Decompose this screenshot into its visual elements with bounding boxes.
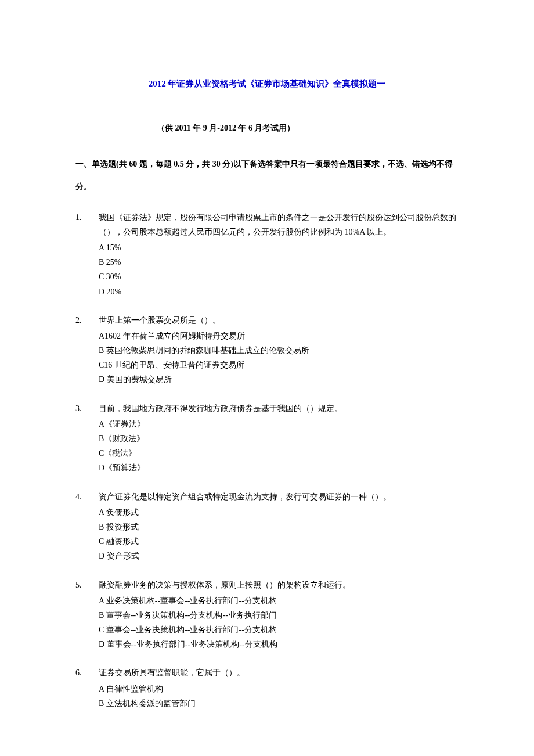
- question-option: A 15%: [99, 240, 459, 255]
- question-options: A 业务决策机构--董事会--业务执行部门--分支机构B 董事会--业务决策机构…: [99, 593, 459, 652]
- question-options: A 负债形式B 投资形式C 融资形式D 资产形式: [99, 505, 459, 564]
- question-option: A 自律性监管机构: [99, 682, 459, 696]
- question-2: 2.世界上第一个股票交易所是（）。A1602 年在荷兰成立的阿姆斯特丹交易所B …: [75, 313, 459, 387]
- question-number: 3.: [75, 401, 99, 416]
- questions-container: 1.我国《证券法》规定，股份有限公司申请股票上市的条件之一是公开发行的股份达到公…: [75, 210, 459, 711]
- question-text: 证券交易所具有监督职能，它属于（）。: [99, 665, 459, 680]
- document-title: 2012 年证券从业资格考试《证券市场基础知识》全真模拟题一: [75, 76, 459, 92]
- question-5: 5.融资融券业务的决策与授权体系，原则上按照（）的架构设立和运行。A 业务决策机…: [75, 578, 459, 652]
- question-options: A 15%B 25%C 30%D 20%: [99, 240, 459, 299]
- question-3: 3.目前，我国地方政府不得发行地方政府债券是基于我国的（）规定。A《证券法》B《…: [75, 401, 459, 476]
- question-6: 6.证券交易所具有监督职能，它属于（）。A 自律性监管机构B 立法机构委派的监管…: [75, 665, 459, 711]
- question-options: A 自律性监管机构B 立法机构委派的监管部门: [99, 682, 459, 711]
- question-number: 1.: [75, 210, 99, 225]
- section-instructions: 一、单选题(共 60 题，每题 0.5 分，共 30 分)以下备选答案中只有一项…: [75, 153, 459, 198]
- question-options: A1602 年在荷兰成立的阿姆斯特丹交易所B 英国伦敦柴思胡同的乔纳森咖啡基础上…: [99, 329, 459, 387]
- question-number: 5.: [75, 578, 99, 592]
- question-option: B《财政法》: [99, 431, 459, 446]
- question-option: B 立法机构委派的监管部门: [99, 696, 459, 711]
- question-option: C16 世纪的里昂、安特卫普的证券交易所: [99, 358, 459, 372]
- question-text: 目前，我国地方政府不得发行地方政府债券是基于我国的（）规定。: [99, 401, 459, 416]
- question-option: B 董事会--业务决策机构--分支机构--业务执行部门: [99, 608, 459, 622]
- question-option: B 投资形式: [99, 520, 459, 534]
- question-text: 世界上第一个股票交易所是（）。: [99, 313, 459, 327]
- question-option: D《预算法》: [99, 460, 459, 475]
- question-option: C 融资形式: [99, 534, 459, 549]
- question-option: D 美国的费城交易所: [99, 372, 459, 387]
- question-4: 4.资产证券化是以特定资产组合或特定现金流为支持，发行可交易证券的一种（）。A …: [75, 489, 459, 564]
- question-option: A《证券法》: [99, 417, 459, 431]
- question-option: D 资产形式: [99, 549, 459, 563]
- question-number: 6.: [75, 665, 99, 680]
- question-option: C 董事会--业务决策机构--业务执行部门--分支机构: [99, 622, 459, 637]
- question-text: 融资融券业务的决策与授权体系，原则上按照（）的架构设立和运行。: [99, 578, 459, 592]
- question-option: D 20%: [99, 285, 459, 299]
- question-option: B 英国伦敦柴思胡同的乔纳森咖啡基础上成立的伦敦交易所: [99, 343, 459, 358]
- question-number: 2.: [75, 313, 99, 327]
- document-subtitle: （供 2011 年 9 月-2012 年 6 月考试用）: [157, 121, 459, 135]
- top-divider: [75, 35, 459, 35]
- question-option: C《税法》: [99, 446, 459, 460]
- question-option: B 25%: [99, 255, 459, 269]
- question-option: C 30%: [99, 269, 459, 284]
- question-option: D 董事会--业务执行部门--业务决策机构--分支机构: [99, 637, 459, 651]
- question-text: 资产证券化是以特定资产组合或特定现金流为支持，发行可交易证券的一种（）。: [99, 489, 459, 504]
- question-text: 我国《证券法》规定，股份有限公司申请股票上市的条件之一是公开发行的股份达到公司股…: [99, 210, 459, 239]
- question-option: A1602 年在荷兰成立的阿姆斯特丹交易所: [99, 329, 459, 343]
- question-number: 4.: [75, 489, 99, 504]
- question-option: A 负债形式: [99, 505, 459, 520]
- question-options: A《证券法》B《财政法》C《税法》D《预算法》: [99, 417, 459, 476]
- question-1: 1.我国《证券法》规定，股份有限公司申请股票上市的条件之一是公开发行的股份达到公…: [75, 210, 459, 299]
- question-option: A 业务决策机构--董事会--业务执行部门--分支机构: [99, 593, 459, 608]
